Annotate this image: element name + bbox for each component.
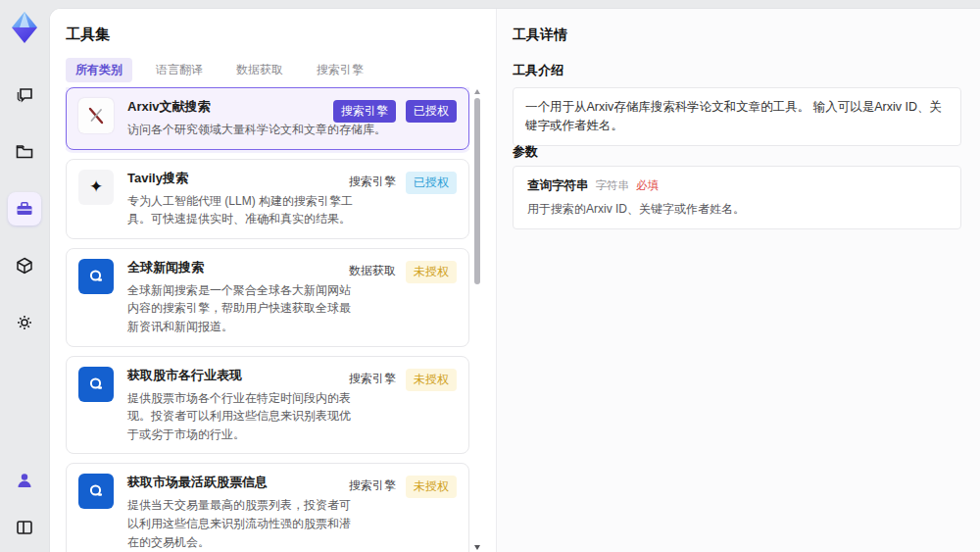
sidebar-item-panel-toggle[interactable]: [8, 511, 41, 544]
category-label: 数据获取: [349, 261, 396, 279]
app-rail: [0, 0, 49, 552]
main-shell: 工具集 所有类别 语言翻译 数据获取 搜索引擎 Arxiv文献搜索 访问各个研究…: [49, 8, 980, 552]
category-tabs: 所有类别 语言翻译 数据获取 搜索引擎: [66, 58, 373, 82]
tool-title: 获取股市各行业表现: [127, 367, 335, 384]
sidebar-item-chat[interactable]: [8, 78, 41, 112]
folder-icon: [15, 142, 34, 162]
tool-card-active-stocks[interactable]: 获取市场最活跃股票信息 提供当天交易量最高的股票列表，投资者可以利用这些信息来识…: [66, 463, 469, 552]
auth-status-badge: 未授权: [406, 476, 457, 498]
param-description: 用于搜索的Arxiv ID、关键字或作者姓名。: [527, 201, 947, 218]
category-badge: 搜索引擎: [333, 100, 396, 123]
sidebar-item-files[interactable]: [8, 135, 41, 169]
market-search-icon: [78, 367, 114, 402]
tool-description: 提供当天交易量最高的股票列表，投资者可以利用这些信息来识别流动性强的股票和潜在的…: [127, 496, 361, 551]
tool-card-sector-performance[interactable]: 获取股市各行业表现 提供股票市场各个行业在特定时间段内的表现。投资者可以利用这些…: [66, 356, 469, 455]
intro-heading: 工具介绍: [513, 62, 564, 79]
tool-description: 专为人工智能代理 (LLM) 构建的搜索引擎工具。可快速提供实时、准确和真实的结…: [127, 192, 361, 228]
tool-title: Arxiv文献搜索: [127, 98, 319, 116]
page-title: 工具集: [66, 25, 110, 44]
sidebar-item-profile[interactable]: [8, 464, 41, 497]
auth-status-badge: 未授权: [406, 369, 457, 391]
toolbox-icon: [15, 199, 34, 219]
detail-title: 工具详情: [513, 26, 567, 44]
chat-icon: [15, 85, 34, 105]
category-label: 搜索引擎: [349, 172, 396, 190]
sidebar-item-tools[interactable]: [8, 192, 41, 226]
arxiv-icon: [78, 98, 114, 133]
auth-status-badge: 已授权: [406, 172, 457, 194]
sidebar-item-packages[interactable]: [8, 249, 41, 282]
tool-description: 提供股票市场各个行业在特定时间段内的表现。投资者可以利用这些信息来识别表现优于或…: [127, 389, 361, 444]
scroll-down-arrow[interactable]: [474, 545, 480, 550]
tool-card-tavily[interactable]: ✦ Tavily搜索 专为人工智能代理 (LLM) 构建的搜索引擎工具。可快速提…: [66, 159, 469, 239]
tool-detail-panel: 工具详情 工具介绍 一个用于从Arxiv存储库搜索科学论文和文章的工具。 输入可…: [496, 9, 980, 552]
tab-search-engine[interactable]: 搜索引擎: [307, 58, 373, 82]
news-search-icon: [78, 259, 114, 294]
tool-title: 全球新闻搜索: [127, 259, 335, 276]
param-type: 字符串: [596, 178, 630, 193]
app-logo: [7, 10, 42, 45]
auth-status-badge: 已授权: [406, 100, 457, 123]
tab-data-fetch[interactable]: 数据获取: [226, 58, 293, 82]
panel-toggle-icon: [15, 518, 34, 537]
param-name: 查询字符串: [527, 177, 589, 194]
params-heading: 参数: [513, 143, 538, 161]
sidebar-item-settings[interactable]: [8, 306, 41, 339]
tool-description: 全球新闻搜索是一个聚合全球各大新闻网站内容的搜索引擎，帮助用户快速获取全球最新资…: [127, 281, 361, 336]
intro-text-box: 一个用于从Arxiv存储库搜索科学论文和文章的工具。 输入可以是Arxiv ID…: [513, 87, 961, 146]
category-label: 搜索引擎: [349, 369, 396, 387]
settings-icon: [15, 313, 34, 332]
parameter-card: 查询字符串 字符串 必填 用于搜索的Arxiv ID、关键字或作者姓名。: [513, 166, 961, 229]
sparkle-icon: ✦: [78, 170, 114, 205]
user-icon: [15, 471, 34, 490]
tool-title: 获取市场最活跃股票信息: [127, 474, 335, 491]
tab-all-categories[interactable]: 所有类别: [66, 58, 132, 82]
scrollbar-thumb[interactable]: [474, 98, 480, 284]
tool-title: Tavily搜索: [127, 170, 335, 187]
category-label: 搜索引擎: [349, 476, 396, 494]
scroll-up-arrow[interactable]: [474, 89, 480, 94]
tool-card-arxiv[interactable]: Arxiv文献搜索 访问各个研究领域大量科学论文和文章的存储库。 搜索引擎 已授…: [66, 87, 469, 150]
tab-language-translation[interactable]: 语言翻译: [146, 58, 213, 82]
param-required-flag: 必填: [636, 178, 659, 193]
tool-list-scrollbar[interactable]: [473, 89, 481, 550]
tool-card-global-news[interactable]: 全球新闻搜索 全球新闻搜索是一个聚合全球各大新闻网站内容的搜索引擎，帮助用户快速…: [66, 248, 469, 347]
stock-search-icon: [78, 474, 114, 509]
tool-list: Arxiv文献搜索 访问各个研究领域大量科学论文和文章的存储库。 搜索引擎 已授…: [66, 87, 469, 552]
auth-status-badge: 未授权: [406, 261, 457, 283]
tools-panel: 工具集 所有类别 语言翻译 数据获取 搜索引擎 Arxiv文献搜索 访问各个研究…: [50, 9, 496, 552]
package-icon: [15, 256, 34, 276]
